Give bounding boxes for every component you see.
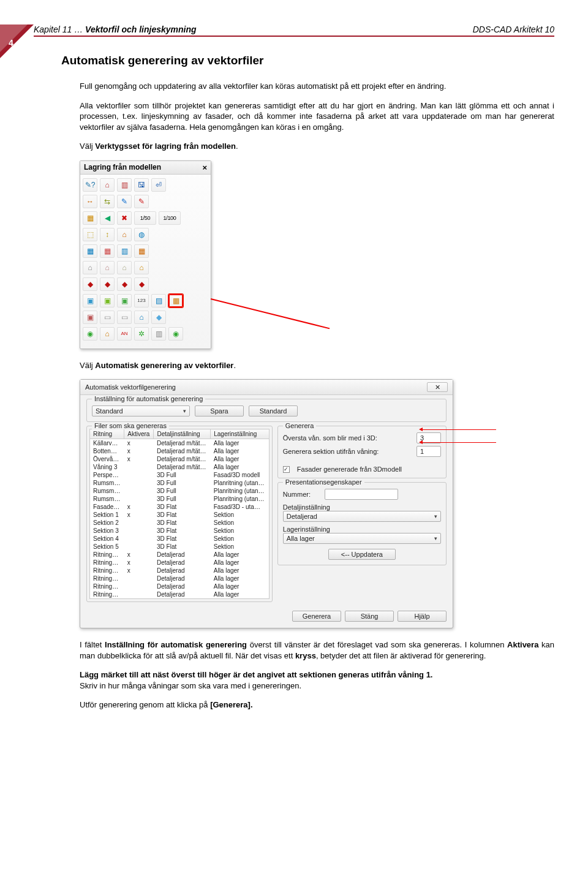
tool-icon[interactable]: ↕ (100, 228, 115, 241)
layer-combo[interactable]: Alla lager (283, 533, 441, 544)
col-detail[interactable]: Detaljinställning (154, 429, 211, 439)
tool-icon[interactable]: ▣ (83, 311, 97, 324)
tool-icon[interactable]: ▭ (100, 311, 115, 324)
table-row[interactable]: Källarv…xDetaljerad m/tät…Alla lager (90, 439, 270, 448)
file-table[interactable]: Ritning Aktivera Detaljinställning Lager… (89, 429, 270, 599)
table-row[interactable]: Sektion 23D FlatSektion (90, 519, 270, 527)
tool-icon[interactable]: ◉ (168, 327, 183, 341)
table-row[interactable]: Botten…xDetaljerad m/tät…Alla lager (90, 447, 270, 455)
callout-arrow-icon (211, 298, 330, 329)
table-row[interactable]: Rumsm…3D FullPlanritning (utan… (90, 487, 270, 495)
table-row[interactable]: Perspe…3D FullFasad/3D modell (90, 471, 270, 479)
tool-icon[interactable]: ⇆ (100, 195, 115, 208)
col-activate[interactable]: Aktivera (124, 429, 154, 439)
tool-icon[interactable]: ✎? (83, 178, 97, 192)
table-row[interactable]: Rumsm…3D FullPlanritning (utan… (90, 495, 270, 503)
close-button[interactable]: Stäng (345, 611, 394, 622)
table-row[interactable]: Fasade…x3D FlatFasad/3D - uta… (90, 503, 270, 511)
detail-label: Detaljinställning (283, 503, 441, 511)
tool-icon[interactable]: AN (117, 327, 132, 341)
tool-icon[interactable]: ▣ (117, 294, 132, 307)
tool-icon[interactable]: ◆ (100, 277, 115, 291)
tool-icon[interactable]: ⌂ (100, 261, 115, 274)
scale-icon[interactable]: 1/100 (159, 211, 181, 225)
table-row[interactable]: Ritning…xDetaljeradAlla lager (90, 559, 270, 567)
tool-icon[interactable]: ⌂ (117, 261, 132, 274)
tool-icon[interactable]: ▦ (83, 211, 97, 225)
col-drawing[interactable]: Ritning (90, 429, 124, 439)
tool-icon[interactable]: ✖ (117, 211, 132, 225)
col-layer[interactable]: Lagerinställning (211, 429, 270, 439)
scale-icon[interactable]: 1/50 (134, 211, 156, 225)
tool-icon[interactable]: ▦ (100, 244, 115, 258)
tool-icon[interactable]: ⌂ (83, 261, 97, 274)
tool-icon[interactable]: ⌂ (134, 311, 149, 324)
preset-combo[interactable]: Standard (92, 405, 190, 417)
tool-icon[interactable]: ▥ (117, 244, 132, 258)
tool-icon[interactable]: ◉ (83, 327, 97, 341)
paragraph-2: Alla vektorfiler som tillhör projektet k… (80, 100, 554, 133)
close-icon[interactable]: × (202, 163, 207, 172)
tool-icon[interactable]: ▥ (151, 327, 166, 341)
tool-icon[interactable]: 123 (134, 294, 149, 307)
tool-icon[interactable]: ⌂ (100, 178, 115, 192)
table-row[interactable]: Våning 3Detaljerad m/tät…Alla lager (90, 463, 270, 471)
table-row[interactable]: Sektion 1x3D FlatSektion (90, 511, 270, 519)
chapter-prefix: Kapitel 11 … (34, 24, 83, 34)
tool-icon[interactable]: ⌂ (117, 228, 132, 241)
tool-icon[interactable]: ⌂ (100, 327, 115, 341)
table-row[interactable]: Ritning…xDetaljeradAlla lager (90, 551, 270, 559)
paragraph-1: Full genomgång och uppdatering av alla v… (80, 81, 554, 92)
tool-icon[interactable]: ▭ (117, 311, 132, 324)
tool-icon[interactable]: ⬚ (83, 228, 97, 241)
tool-icon[interactable]: ✲ (134, 327, 149, 341)
group-presentation: Presentationsegenskaper Nummer: Detaljin… (277, 482, 447, 565)
close-icon[interactable]: ✕ (427, 382, 448, 392)
fasader-checkbox[interactable]: ✓ (283, 466, 290, 473)
table-row[interactable]: Ritning…DetaljeradAlla lager (90, 590, 270, 599)
tool-icon[interactable]: ▥ (117, 178, 132, 192)
table-row[interactable]: Sektion 43D FlatSektion (90, 535, 270, 543)
tool-icon[interactable]: ◆ (83, 277, 97, 291)
group-legend: Filer som ska genereras (92, 422, 169, 429)
standard-button[interactable]: Standard (249, 405, 298, 417)
help-button[interactable]: Hjälp (398, 611, 447, 622)
table-row[interactable]: Rumsm…3D FullPlanritning (utan… (90, 479, 270, 487)
nummer-label: Nummer: (283, 491, 320, 498)
tool-icon[interactable]: ◍ (134, 228, 149, 241)
tool-icon[interactable]: ◀ (100, 211, 115, 225)
group-legend: Inställning för automatisk generering (92, 395, 205, 402)
table-row[interactable]: Ritning…DetaljeradAlla lager (90, 582, 270, 590)
tool-icon[interactable]: ◆ (134, 277, 149, 291)
table-row[interactable]: Ritning…xDetaljeradAlla lager (90, 567, 270, 575)
tool-icon[interactable]: ↔ (83, 195, 97, 208)
dialog-title: Automatisk vektorfilgenerering (85, 383, 176, 391)
update-button[interactable]: <-- Uppdatera (328, 549, 396, 560)
tool-icon[interactable]: ⌂ (134, 261, 149, 274)
tool-icon[interactable]: ▣ (100, 294, 115, 307)
section-floor-input[interactable]: 1 (417, 446, 441, 457)
table-row[interactable]: Sektion 33D FlatSektion (90, 527, 270, 535)
save-button[interactable]: Spara (195, 405, 244, 417)
table-row[interactable]: Sektion 53D FlatSektion (90, 543, 270, 551)
table-row[interactable]: Ritning…DetaljeradAlla lager (90, 575, 270, 582)
tool-icon[interactable]: ▤ (151, 294, 166, 307)
tool-icon[interactable]: ✎ (134, 195, 149, 208)
auto-generate-vectorfiles-icon[interactable]: ▦ (168, 294, 183, 307)
nummer-input[interactable] (325, 489, 398, 500)
generate-button[interactable]: Generera (292, 611, 341, 622)
detail-combo[interactable]: Detaljerad (283, 511, 441, 522)
tool-icon[interactable]: ▦ (134, 244, 149, 258)
tool-icon[interactable]: ✎ (117, 195, 132, 208)
page-corner-fold (0, 24, 28, 52)
tool-icon[interactable]: ⏎ (151, 178, 166, 192)
tool-icon[interactable]: ◆ (117, 277, 132, 291)
tool-icon[interactable]: ▣ (83, 294, 97, 307)
tool-icon[interactable]: 🖫 (134, 178, 149, 192)
tool-icon[interactable]: ▦ (83, 244, 97, 258)
tool-icon[interactable]: ◆ (151, 311, 166, 324)
toolbar-palette: Lagring från modellen × ✎? ⌂ ▥ 🖫 ⏎ ↔ ⇆ ✎… (80, 160, 211, 349)
paragraph-6: Lägg märket till att näst överst till hö… (80, 669, 554, 691)
top-floor-label: Översta vån. som blir med i 3D: (283, 434, 377, 442)
table-row[interactable]: Övervå…xDetaljerad m/tät…Alla lager (90, 455, 270, 463)
